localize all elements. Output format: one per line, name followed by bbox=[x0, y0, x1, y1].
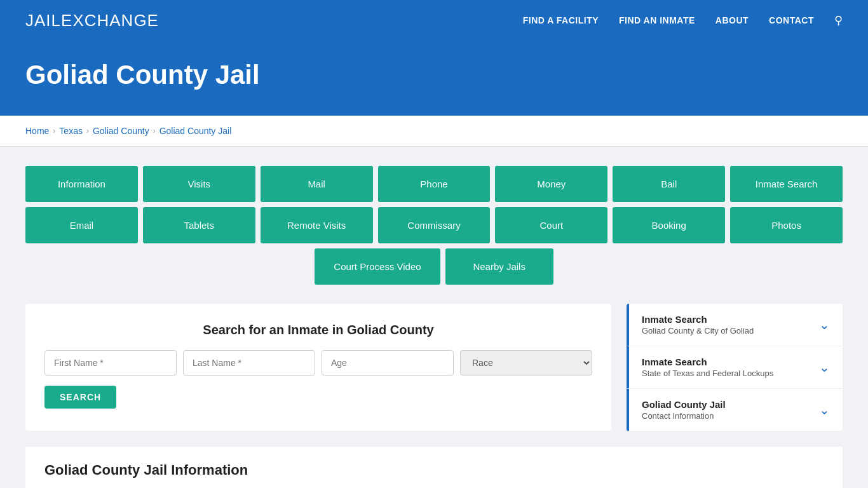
breadcrumb-texas[interactable]: Texas bbox=[59, 126, 83, 136]
btn-booking[interactable]: Booking bbox=[613, 207, 725, 243]
info-section-title: Goliad County Jail Information bbox=[44, 462, 824, 478]
search-icon[interactable]: ⚲ bbox=[834, 13, 843, 27]
btn-bail[interactable]: Bail bbox=[613, 166, 725, 202]
page-title: Goliad County Jail bbox=[25, 60, 843, 90]
breadcrumb-county[interactable]: Goliad County bbox=[93, 126, 149, 136]
button-grid-row1: Information Visits Mail Phone Money Bail… bbox=[25, 166, 843, 202]
hero-section: Goliad County Jail bbox=[0, 41, 868, 116]
btn-photos[interactable]: Photos bbox=[730, 207, 843, 243]
sidebar-item-title-3: Goliad County Jail bbox=[642, 399, 726, 410]
btn-mail[interactable]: Mail bbox=[261, 166, 373, 202]
first-name-input[interactable] bbox=[44, 350, 177, 376]
btn-inmate-search[interactable]: Inmate Search bbox=[730, 166, 843, 202]
sidebar-item-inmate-search-state[interactable]: Inmate Search State of Texas and Federal… bbox=[627, 346, 843, 389]
search-button[interactable]: SEARCH bbox=[44, 386, 116, 409]
breadcrumb-sep-1: › bbox=[53, 126, 55, 135]
sidebar-item-sub-3: Contact Information bbox=[642, 411, 726, 421]
nav-find-inmate[interactable]: FIND AN INMATE bbox=[619, 15, 695, 25]
search-fields: Race bbox=[44, 350, 592, 376]
chevron-down-icon-2: ⌄ bbox=[819, 360, 830, 375]
header: JAILEXCHANGE FIND A FACILITY FIND AN INM… bbox=[0, 0, 868, 41]
content-row: Search for an Inmate in Goliad County Ra… bbox=[25, 304, 843, 431]
btn-commissary[interactable]: Commissary bbox=[378, 207, 491, 243]
breadcrumb-home[interactable]: Home bbox=[25, 126, 49, 136]
breadcrumb-sep-3: › bbox=[153, 126, 156, 135]
sidebar-item-title-1: Inmate Search bbox=[642, 314, 754, 325]
btn-court-process-video[interactable]: Court Process Video bbox=[315, 248, 440, 285]
sidebar-item-sub-1: Goliad County & City of Goliad bbox=[642, 326, 754, 336]
btn-money[interactable]: Money bbox=[495, 166, 607, 202]
sidebar-item-sub-2: State of Texas and Federal Lockups bbox=[642, 369, 773, 378]
nav-contact[interactable]: CONTACT bbox=[769, 15, 814, 25]
btn-information[interactable]: Information bbox=[25, 166, 138, 202]
logo-xchange: XCHANGE bbox=[72, 11, 159, 30]
sidebar-item-text: Goliad County Jail Contact Information bbox=[642, 399, 726, 421]
breadcrumb-bar: Home › Texas › Goliad County › Goliad Co… bbox=[0, 116, 868, 147]
sidebar-item-text: Inmate Search Goliad County & City of Go… bbox=[642, 314, 754, 336]
info-section: Goliad County Jail Information bbox=[25, 447, 843, 488]
logo-jail: JAIL bbox=[25, 11, 61, 30]
btn-tablets[interactable]: Tablets bbox=[143, 207, 255, 243]
chevron-down-icon-3: ⌄ bbox=[819, 402, 830, 417]
sidebar-item-text: Inmate Search State of Texas and Federal… bbox=[642, 356, 773, 378]
btn-court[interactable]: Court bbox=[495, 207, 607, 243]
main-content: Information Visits Mail Phone Money Bail… bbox=[0, 147, 868, 488]
sidebar: Inmate Search Goliad County & City of Go… bbox=[627, 304, 843, 431]
last-name-input[interactable] bbox=[183, 350, 315, 376]
btn-remote-visits[interactable]: Remote Visits bbox=[261, 207, 373, 243]
button-grid-row3: Court Process Video Nearby Jails bbox=[25, 248, 843, 285]
main-nav: FIND A FACILITY FIND AN INMATE ABOUT CON… bbox=[523, 13, 843, 27]
logo[interactable]: JAILEXCHANGE bbox=[25, 11, 159, 30]
breadcrumb-sep-2: › bbox=[86, 126, 89, 135]
sidebar-item-title-2: Inmate Search bbox=[642, 356, 773, 367]
race-select[interactable]: Race bbox=[460, 350, 592, 376]
btn-visits[interactable]: Visits bbox=[143, 166, 255, 202]
sidebar-item-inmate-search-local[interactable]: Inmate Search Goliad County & City of Go… bbox=[627, 304, 843, 346]
breadcrumb-jail[interactable]: Goliad County Jail bbox=[159, 126, 232, 136]
nav-about[interactable]: ABOUT bbox=[715, 15, 749, 25]
logo-x: E bbox=[61, 11, 72, 30]
btn-phone[interactable]: Phone bbox=[378, 166, 491, 202]
chevron-down-icon-1: ⌄ bbox=[819, 317, 830, 332]
age-input[interactable] bbox=[322, 350, 454, 376]
btn-nearby-jails[interactable]: Nearby Jails bbox=[445, 248, 553, 285]
btn-email[interactable]: Email bbox=[25, 207, 138, 243]
breadcrumb: Home › Texas › Goliad County › Goliad Co… bbox=[25, 126, 843, 136]
search-title: Search for an Inmate in Goliad County bbox=[44, 323, 592, 337]
search-box: Search for an Inmate in Goliad County Ra… bbox=[25, 304, 611, 431]
button-grid-row2: Email Tablets Remote Visits Commissary C… bbox=[25, 207, 843, 243]
nav-find-facility[interactable]: FIND A FACILITY bbox=[523, 15, 599, 25]
sidebar-item-contact-info[interactable]: Goliad County Jail Contact Information ⌄ bbox=[627, 389, 843, 431]
